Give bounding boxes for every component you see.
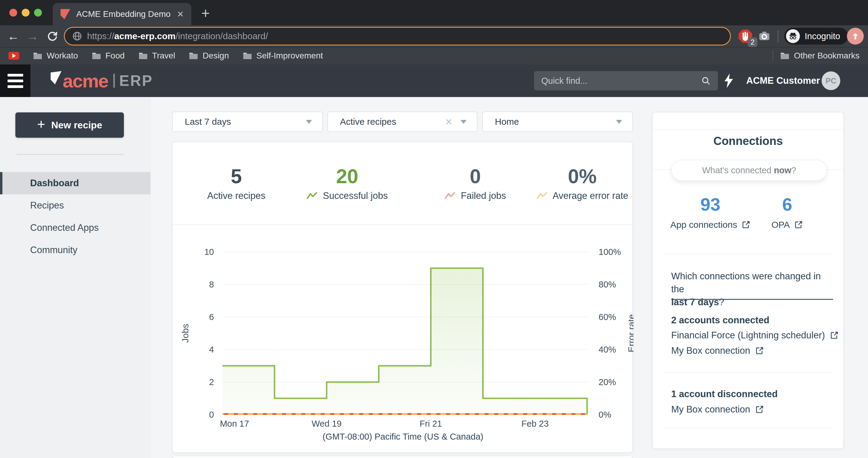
folder-icon bbox=[92, 52, 101, 60]
other-bookmarks[interactable]: Other Bookmarks bbox=[780, 51, 860, 61]
forward-button[interactable]: → bbox=[24, 25, 41, 47]
reload-button[interactable] bbox=[44, 25, 61, 47]
external-link-icon bbox=[830, 331, 839, 340]
camera-icon bbox=[758, 30, 771, 42]
camera-extension-icon[interactable] bbox=[758, 30, 771, 43]
bookmarks-separator bbox=[772, 50, 773, 61]
app-header: acme ERP Quick find... ACME Customer PC bbox=[0, 64, 868, 97]
recipe-filter-select[interactable]: Active recipes × bbox=[327, 111, 477, 132]
stat-value: 0 bbox=[470, 166, 481, 187]
app-logo[interactable]: acme ERP bbox=[51, 64, 153, 97]
toolbar-separator bbox=[778, 30, 778, 42]
stat-label: Failed jobs bbox=[444, 190, 506, 201]
x-axis-tick: Mon 17 bbox=[220, 419, 249, 428]
search-icon bbox=[701, 76, 711, 86]
stat-average-error-rate: 0% Average error rate bbox=[525, 142, 640, 225]
tab-title: ACME Embedding Demo bbox=[76, 9, 171, 19]
panel-divider bbox=[664, 428, 832, 428]
other-bookmarks-label: Other Bookmarks bbox=[794, 51, 860, 61]
disconnection-link-my-box[interactable]: My Box connection bbox=[671, 404, 764, 415]
bookmark-folder-design[interactable]: Design bbox=[189, 51, 229, 61]
url-domain: acme-erp.com bbox=[114, 31, 176, 41]
back-button[interactable]: ← bbox=[5, 25, 22, 47]
y-axis-tick-left: 8 bbox=[209, 280, 214, 289]
panel-divider bbox=[653, 129, 843, 130]
stat-label: Active recipes bbox=[207, 190, 266, 201]
url-path: /integration/dashboard/ bbox=[176, 31, 268, 41]
y-axis-tick-left: 4 bbox=[209, 345, 214, 354]
bookmark-label: Travel bbox=[152, 51, 176, 61]
folder-select[interactable]: Home bbox=[482, 111, 633, 132]
stat-label: Average error rate bbox=[536, 190, 628, 201]
browser-tab[interactable]: ACME Embedding Demo × bbox=[53, 3, 191, 25]
bookmark-folder-workato[interactable]: Workato bbox=[33, 51, 78, 61]
app-connections-count: 93 bbox=[701, 194, 721, 215]
window-zoom-button[interactable] bbox=[34, 9, 42, 17]
plus-icon: + bbox=[37, 116, 45, 132]
stat-successful-jobs: 20 Successful jobs bbox=[290, 142, 404, 225]
bookmark-folder-food[interactable]: Food bbox=[92, 51, 125, 61]
panel-divider bbox=[664, 254, 832, 254]
hamburger-menu-button[interactable] bbox=[0, 64, 30, 97]
window-minimize-button[interactable] bbox=[22, 9, 30, 17]
chevron-down-icon bbox=[616, 120, 622, 124]
quick-find-input[interactable]: Quick find... bbox=[534, 71, 718, 90]
opa-count: 6 bbox=[782, 194, 792, 215]
whats-connected-pill[interactable]: What’s connected now? bbox=[671, 160, 827, 181]
time-range-select[interactable]: Last 7 days bbox=[172, 111, 323, 132]
browser-tab-strip: ACME Embedding Demo × + bbox=[0, 0, 868, 25]
x-axis-tick: Fri 21 bbox=[420, 419, 442, 428]
hamburger-icon bbox=[7, 74, 23, 76]
new-tab-button[interactable]: + bbox=[201, 5, 210, 22]
sparkline-icon bbox=[536, 192, 549, 200]
tab-close-icon[interactable]: × bbox=[177, 9, 184, 20]
window-close-button[interactable] bbox=[9, 9, 17, 17]
connection-link-financial-force[interactable]: Financial Force (Lightning scheduler) bbox=[671, 330, 839, 341]
window-controls bbox=[9, 9, 42, 17]
account-name[interactable]: ACME Customer bbox=[746, 64, 820, 97]
incognito-icon bbox=[786, 29, 800, 43]
external-link-icon bbox=[794, 220, 803, 229]
sidebar-item-dashboard[interactable]: Dashboard bbox=[0, 172, 150, 194]
sidebar-item-label: Dashboard bbox=[30, 178, 79, 189]
opa-link[interactable]: OPA bbox=[771, 220, 803, 230]
y-axis-tick-left: 2 bbox=[209, 377, 214, 387]
url-text: https://acme-erp.com/integration/dashboa… bbox=[87, 31, 268, 41]
connection-link-my-box[interactable]: My Box connection bbox=[671, 345, 764, 356]
connections-panel: Connections What’s connected now? 93 6 A… bbox=[652, 112, 844, 449]
sidebar: + New recipe Dashboard Recipes Connected… bbox=[0, 97, 151, 458]
url-bar[interactable]: https://acme-erp.com/integration/dashboa… bbox=[64, 27, 731, 45]
sidebar-item-label: Community bbox=[30, 245, 78, 256]
next-card-peek bbox=[172, 456, 633, 458]
quick-actions-button[interactable] bbox=[723, 73, 735, 90]
clear-filter-icon[interactable]: × bbox=[445, 116, 452, 128]
new-recipe-label: New recipe bbox=[51, 120, 102, 131]
bookmark-folder-self-improvement[interactable]: Self-Improvement bbox=[243, 51, 323, 61]
x-axis-tick: Wed 19 bbox=[312, 419, 341, 428]
site-globe-icon bbox=[72, 31, 82, 41]
logo-secondary: ERP bbox=[119, 72, 153, 90]
new-recipe-button[interactable]: + New recipe bbox=[16, 112, 124, 138]
bookmark-label: Workato bbox=[47, 51, 78, 61]
sidebar-item-recipes[interactable]: Recipes bbox=[0, 194, 150, 217]
y-axis-title-right: Error rate bbox=[626, 314, 633, 353]
quick-find-placeholder: Quick find... bbox=[541, 76, 701, 86]
avatar[interactable]: PC bbox=[822, 71, 840, 90]
sparkline-icon bbox=[444, 192, 457, 200]
sidebar-item-connected-apps[interactable]: Connected Apps bbox=[0, 217, 150, 239]
logo-flag-icon bbox=[51, 71, 61, 85]
y-axis-tick-right: 40% bbox=[598, 345, 616, 354]
sidebar-menu: Dashboard Recipes Connected Apps Communi… bbox=[0, 172, 150, 261]
chart-timezone-caption: (GMT-08:00) Pacific Time (US & Canada) bbox=[322, 432, 483, 441]
app-connections-link[interactable]: App connections bbox=[670, 220, 750, 230]
y-axis-tick-right: 60% bbox=[598, 312, 616, 322]
folder-value: Home bbox=[495, 117, 519, 127]
bookmark-youtube[interactable] bbox=[8, 52, 19, 60]
incognito-label: Incognito bbox=[805, 31, 840, 41]
share-extension-icon[interactable] bbox=[847, 28, 864, 44]
jobs-error-rate-chart: 02468100%20%40%60%80%100%Mon 17Wed 19Fri… bbox=[173, 225, 633, 454]
bookmark-label: Food bbox=[105, 51, 125, 61]
sidebar-item-community[interactable]: Community bbox=[0, 239, 150, 261]
y-axis-title-left: Jobs bbox=[180, 324, 190, 342]
bookmark-folder-travel[interactable]: Travel bbox=[138, 51, 176, 61]
